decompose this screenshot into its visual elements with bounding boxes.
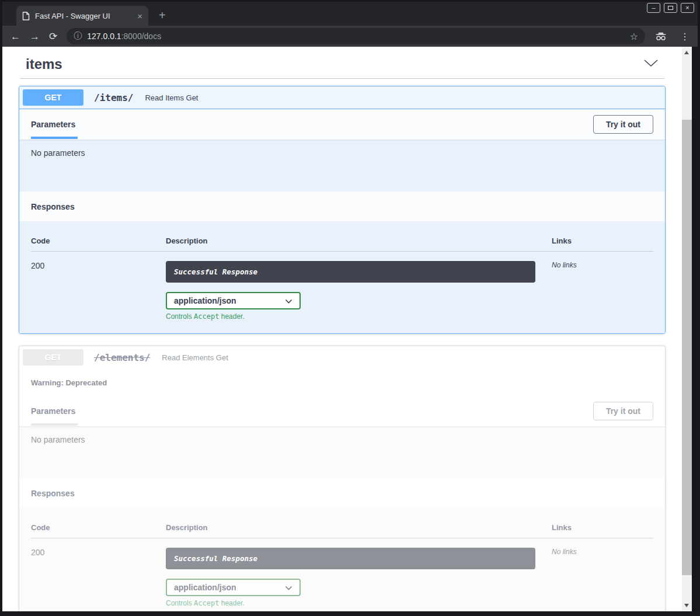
new-tab-icon[interactable]: + — [159, 9, 166, 22]
close-icon[interactable]: × — [681, 3, 694, 13]
select-chevron-icon — [285, 582, 292, 593]
back-icon[interactable]: ← — [11, 32, 20, 41]
accept-note-mono: Accept — [194, 312, 219, 321]
accept-note-suffix: header. — [219, 599, 244, 607]
accept-note-suffix: header. — [219, 312, 244, 321]
response-description-cell: Successful Response application/json Con… — [166, 548, 552, 607]
responses-table-header: Code Description Links — [31, 516, 653, 538]
parameters-tab[interactable]: Parameters — [31, 406, 75, 416]
responses-header: Responses — [19, 192, 665, 221]
method-badge: GET — [23, 349, 83, 366]
endpoint-summary: Read Elements Get — [162, 353, 228, 362]
try-it-out-button[interactable]: Try it out — [593, 115, 653, 134]
responses-table-header: Code Description Links — [31, 229, 653, 252]
media-type-select[interactable]: application/json — [166, 579, 301, 596]
page-viewport: items GET /items/ Read Items Get Paramet… — [2, 47, 692, 611]
incognito-icon — [654, 32, 667, 41]
active-tab-underline — [31, 423, 78, 426]
star-icon[interactable]: ☆ — [630, 31, 638, 42]
page-scrollbar[interactable] — [682, 47, 692, 611]
url-path: :8000/docs — [121, 32, 162, 41]
page-icon — [22, 12, 30, 20]
parameters-header: Parameters Try it out — [19, 109, 665, 140]
minimize-icon[interactable]: – — [647, 3, 660, 13]
endpoint-summary: Read Items Get — [145, 93, 198, 102]
response-code: 200 — [31, 261, 166, 321]
tab-strip: Fast API - Swagger UI × + – × — [2, 2, 698, 26]
try-it-out-button[interactable]: Try it out — [593, 402, 653, 420]
response-row: 200 Successful Response application/json… — [31, 252, 653, 321]
url-text[interactable]: 127.0.0.1:8000/docs — [87, 32, 161, 41]
address-bar[interactable]: ⓘ 127.0.0.1:8000/docs ☆ — [67, 28, 645, 44]
links-header: Links — [552, 236, 653, 245]
links-header: Links — [552, 523, 653, 532]
parameters-tab[interactable]: Parameters — [31, 120, 75, 129]
accept-header-note: Controls Accept header. — [166, 312, 552, 321]
responses-table: Code Description Links 200 Successful Re… — [19, 221, 665, 333]
media-type-value: application/json — [174, 583, 236, 592]
accept-note-prefix: Controls — [166, 599, 194, 607]
parameters-header: Parameters Try it out — [19, 396, 665, 426]
no-parameters-text: No parameters — [19, 426, 665, 478]
no-links-text: No links — [552, 261, 653, 321]
endpoint-path: /elements/ — [89, 352, 156, 363]
responses-header: Responses — [19, 478, 665, 508]
active-tab-underline — [31, 137, 78, 139]
scroll-up-icon[interactable] — [684, 51, 689, 54]
scroll-down-icon[interactable] — [684, 604, 689, 607]
accept-note-prefix: Controls — [166, 312, 194, 321]
opblock-summary[interactable]: GET /elements/ Read Elements Get — [19, 346, 665, 368]
browser-tab[interactable]: Fast API - Swagger UI × — [16, 6, 148, 26]
responses-table: Code Description Links 200 Successful Re… — [19, 508, 665, 611]
response-row: 200 Successful Response application/json… — [31, 538, 653, 607]
method-badge: GET — [23, 89, 83, 106]
browser-window: Fast API - Swagger UI × + – × ← → ⟳ ⓘ 12… — [0, 0, 700, 616]
opblock-get-items: GET /items/ Read Items Get Parameters Tr… — [19, 86, 666, 334]
description-header: Description — [166, 523, 552, 532]
swagger-content: items GET /items/ Read Items Get Paramet… — [2, 47, 682, 611]
opblock-get-elements-deprecated: GET /elements/ Read Elements Get Warning… — [19, 346, 666, 611]
endpoint-path: /items/ — [89, 92, 139, 103]
browser-toolbar: ← → ⟳ ⓘ 127.0.0.1:8000/docs ☆ ⋮ — [2, 26, 698, 47]
window-controls: – × — [647, 3, 694, 13]
media-type-value: application/json — [174, 296, 236, 305]
response-description-cell: Successful Response application/json Con… — [166, 261, 552, 321]
maximize-icon[interactable] — [664, 3, 677, 13]
response-description: Successful Response — [166, 261, 535, 283]
reload-icon[interactable]: ⟳ — [49, 32, 57, 41]
accept-header-note: Controls Accept header. — [166, 599, 552, 607]
media-type-select[interactable]: application/json — [166, 292, 301, 309]
responses-label: Responses — [31, 489, 75, 498]
select-chevron-icon — [285, 295, 292, 306]
info-icon[interactable]: ⓘ — [74, 31, 82, 41]
accept-note-mono: Accept — [194, 599, 219, 607]
tag-title: items — [26, 56, 62, 72]
menu-kebab-icon[interactable]: ⋮ — [677, 31, 693, 42]
no-links-text: No links — [552, 548, 653, 607]
deprecated-warning-row: Warning: Deprecated — [19, 368, 665, 396]
tab-title: Fast API - Swagger UI — [35, 12, 133, 20]
tag-divider — [20, 78, 664, 79]
response-description: Successful Response — [166, 548, 535, 569]
chevron-down-icon[interactable] — [643, 59, 659, 69]
code-header: Code — [31, 236, 166, 245]
tag-header[interactable]: items — [19, 53, 666, 78]
url-host: 127.0.0.1 — [87, 32, 121, 41]
scrollbar-thumb[interactable] — [682, 120, 692, 575]
response-code: 200 — [31, 548, 166, 607]
description-header: Description — [166, 236, 552, 245]
code-header: Code — [31, 523, 166, 532]
responses-label: Responses — [31, 202, 75, 211]
deprecated-warning-text: Warning: Deprecated — [31, 378, 107, 387]
opblock-summary[interactable]: GET /items/ Read Items Get — [19, 86, 665, 109]
tab-close-icon[interactable]: × — [137, 11, 142, 21]
forward-icon[interactable]: → — [30, 32, 40, 41]
no-parameters-text: No parameters — [19, 140, 665, 192]
